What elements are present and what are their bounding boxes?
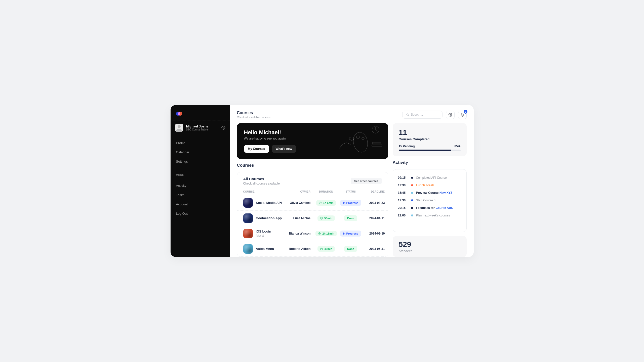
courses-card: All Courses Check all courses available … bbox=[237, 172, 388, 257]
nav-profile[interactable]: Profile bbox=[171, 138, 230, 148]
activity-item: 09:15 Completed API Course bbox=[398, 174, 461, 182]
nav-tasks[interactable]: Tasks bbox=[171, 190, 230, 200]
see-other-button[interactable]: See other courses bbox=[351, 178, 382, 184]
nav-settings[interactable]: Settings bbox=[171, 157, 230, 166]
activity-text: Plan next week's courses bbox=[416, 214, 450, 217]
activity-time: 20:15 bbox=[398, 206, 408, 210]
nav-log-out[interactable]: Log Out bbox=[171, 209, 230, 218]
th-owner: OWNER bbox=[286, 190, 314, 193]
activity-text: Start Course 3 bbox=[416, 199, 435, 202]
duration-pill: 2h 18min bbox=[315, 231, 337, 236]
gear-icon[interactable] bbox=[221, 126, 225, 130]
hero-illustration bbox=[335, 125, 386, 155]
table-row[interactable] bbox=[237, 256, 388, 257]
course-thumb bbox=[243, 244, 253, 254]
activity-time: 22:00 bbox=[398, 214, 408, 217]
svg-point-3 bbox=[223, 127, 224, 128]
course-owner: Olivia Cambell bbox=[286, 201, 314, 205]
th-duration: DURATION bbox=[314, 190, 339, 193]
activity-link[interactable]: Course ABC bbox=[436, 206, 453, 210]
attendees-count: 529 bbox=[399, 240, 461, 249]
course-thumb bbox=[243, 198, 253, 208]
my-courses-button[interactable]: My Courses bbox=[244, 145, 269, 153]
activity-text: Lunch break bbox=[416, 184, 434, 187]
course-deadline: 2023-08-23 bbox=[363, 201, 388, 205]
th-course: COURSE bbox=[243, 190, 286, 193]
clock-icon bbox=[320, 217, 323, 220]
activity-time: 09:15 bbox=[398, 176, 408, 179]
activity-time: 17:30 bbox=[398, 199, 408, 202]
courses-card-title: All Courses bbox=[243, 177, 280, 181]
attendees-card: 529 Atendees bbox=[393, 236, 467, 257]
course-deadline: 2024-04-11 bbox=[363, 216, 388, 220]
activity-dot bbox=[411, 199, 413, 201]
sidebar-user[interactable]: Michael Joshe SEO Course Trainer bbox=[171, 120, 230, 135]
course-name: iOS Login(Morra) bbox=[256, 230, 271, 238]
hero-banner: Hello Michael! We are happy to see you a… bbox=[237, 123, 388, 159]
activity-text: Preview Course New XYZ bbox=[416, 191, 453, 195]
page-title: Courses bbox=[237, 111, 270, 115]
svg-line-5 bbox=[408, 115, 409, 116]
course-owner: Luca Micloe bbox=[286, 216, 314, 220]
activity-item: 20:15 Feedback for Course ABC bbox=[398, 204, 461, 212]
course-deadline: 2024-02-10 bbox=[363, 232, 388, 235]
table-row[interactable]: Axios Menu Roberto Alliton 45min Done 20… bbox=[237, 241, 388, 256]
percent-label: 85% bbox=[454, 145, 460, 148]
attendees-label: Atendees bbox=[399, 249, 461, 253]
nav-account[interactable]: Account bbox=[171, 200, 230, 209]
activity-item: 22:00 Plan next week's courses bbox=[398, 212, 461, 219]
completed-count: 11 bbox=[399, 128, 461, 137]
svg-point-1 bbox=[178, 125, 181, 128]
settings-button[interactable] bbox=[446, 111, 455, 119]
completed-label: Courses Completed bbox=[399, 137, 461, 141]
activity-text: Completed API Course bbox=[416, 176, 447, 179]
status-pill: Done bbox=[344, 215, 357, 221]
duration-pill: 55min bbox=[317, 215, 335, 221]
status-pill: In Progress bbox=[340, 200, 361, 206]
nav-calendar[interactable]: Calendar bbox=[171, 148, 230, 157]
duration-pill: 1h 6min bbox=[316, 200, 336, 206]
status-pill: Done bbox=[344, 246, 357, 252]
notifications-button[interactable]: 6 bbox=[458, 111, 467, 119]
clock-icon bbox=[320, 247, 323, 250]
activity-dot bbox=[411, 177, 413, 179]
gear-icon bbox=[448, 113, 452, 117]
activity-text: Feedback for Course ABC bbox=[416, 206, 453, 210]
logo bbox=[176, 112, 182, 116]
activity-item: 12:30 Lunch break bbox=[398, 182, 461, 189]
status-pill: In Progress bbox=[340, 231, 361, 237]
course-name: Axios Menu bbox=[256, 247, 274, 251]
courses-card-subtitle: Check all courses available bbox=[243, 182, 280, 185]
course-deadline: 2023-05-31 bbox=[363, 247, 388, 251]
th-deadline: DEADLINE bbox=[363, 190, 388, 193]
progress-track bbox=[399, 150, 461, 151]
user-name: Michael Joshe bbox=[186, 124, 209, 128]
completed-card: 11 Courses Completed 15 Pending 85% bbox=[393, 123, 467, 156]
activity-item: 17:30 Start Course 3 bbox=[398, 197, 461, 204]
svg-point-9 bbox=[362, 137, 364, 140]
activity-link[interactable]: New XYZ bbox=[439, 191, 452, 195]
course-owner: Bianca Winson bbox=[286, 232, 314, 235]
activity-time: 12:30 bbox=[398, 184, 408, 187]
activity-dot bbox=[411, 184, 413, 186]
activity-title: Activity bbox=[393, 160, 467, 165]
whats-new-button[interactable]: What's new bbox=[272, 145, 296, 153]
table-row[interactable]: iOS Login(Morra) Bianca Winson 2h 18min … bbox=[237, 226, 388, 241]
clock-icon bbox=[319, 201, 322, 204]
course-name: Geolocation App bbox=[256, 216, 282, 220]
bell-icon bbox=[460, 113, 464, 117]
nav-activity[interactable]: Activity bbox=[171, 181, 230, 190]
activity-time: 15:45 bbox=[398, 191, 408, 195]
svg-point-7 bbox=[352, 131, 369, 154]
clock-icon bbox=[318, 232, 321, 235]
sidebar: Michael Joshe SEO Course Trainer Profile… bbox=[171, 105, 230, 257]
table-row[interactable]: Social Media API Olivia Cambell 1h 6min … bbox=[237, 195, 388, 210]
table-header: COURSE OWNER DURATION STATUS DEADLINE DE… bbox=[237, 188, 388, 195]
table-row[interactable]: Geolocation App Luca Micloe 55min Done 2… bbox=[237, 210, 388, 226]
notification-badge: 6 bbox=[464, 110, 467, 114]
search-input[interactable] bbox=[411, 113, 438, 116]
page-subtitle: Check all available courses bbox=[237, 116, 270, 119]
activity-dot bbox=[411, 214, 413, 216]
course-owner: Roberto Alliton bbox=[286, 247, 314, 251]
search-box[interactable] bbox=[402, 111, 442, 119]
